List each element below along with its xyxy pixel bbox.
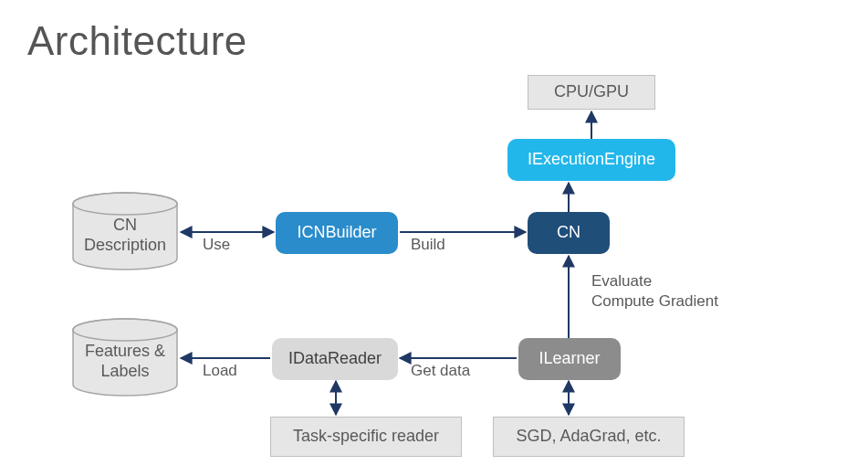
edge-label-evaluate: Evaluate [591, 272, 652, 291]
node-ilearner: ILearner [518, 338, 621, 380]
edge-label-get-data: Get data [411, 362, 470, 380]
node-icnbuilder: ICNBuilder [276, 212, 398, 254]
page-title: Architecture [27, 18, 247, 64]
node-label: Features & Labels [71, 342, 179, 381]
node-task-specific-reader: Task-specific reader [270, 417, 462, 457]
node-label: SGD, AdaGrad, etc. [516, 427, 661, 447]
edge-label-use: Use [203, 236, 230, 254]
node-label: CN [557, 223, 580, 243]
node-label: IExecutionEngine [528, 150, 655, 170]
node-label: CN Description [71, 216, 179, 255]
edge-label-load: Load [203, 362, 237, 380]
node-iexecutionengine: IExecutionEngine [507, 139, 675, 181]
node-label: ICNBuilder [297, 223, 376, 243]
node-idatareader: IDataReader [272, 338, 398, 380]
edge-label-build: Build [411, 236, 445, 254]
node-sgd-adagrad: SGD, AdaGrad, etc. [493, 417, 685, 457]
node-label: Task-specific reader [293, 427, 439, 447]
node-cpu-gpu: CPU/GPU [528, 75, 655, 110]
node-features-labels: Features & Labels [71, 318, 179, 397]
node-cn: CN [528, 212, 610, 254]
node-cn-description: CN Description [71, 192, 179, 270]
node-label: CPU/GPU [554, 82, 629, 102]
node-label: IDataReader [288, 349, 382, 369]
edge-label-compute-gradient: Compute Gradient [591, 292, 718, 311]
node-label: ILearner [539, 349, 600, 369]
